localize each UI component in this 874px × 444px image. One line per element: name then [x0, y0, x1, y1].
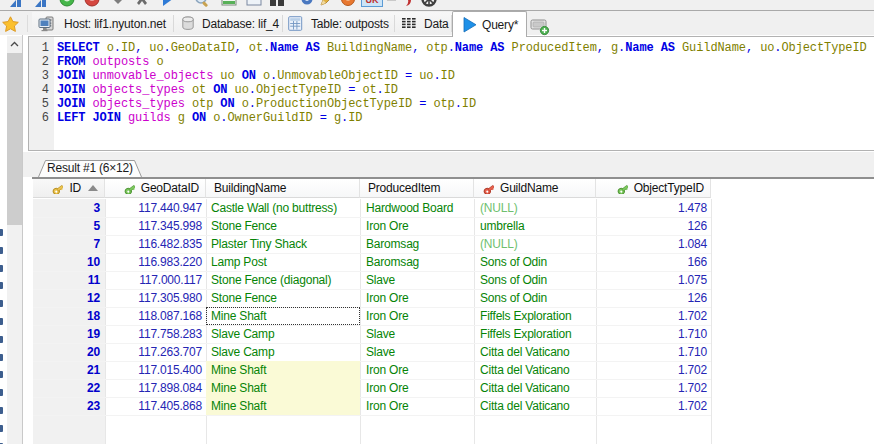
- grid-cell[interactable]: Lamp Post: [206, 253, 360, 271]
- grid-cell[interactable]: Iron Ore: [360, 397, 474, 415]
- connect-icon[interactable]: [59, 0, 75, 7]
- grid-cell[interactable]: Citta del Vaticano: [474, 397, 596, 415]
- grid-cell[interactable]: Slave Camp: [206, 343, 360, 361]
- grid-cell[interactable]: (NULL): [474, 235, 596, 253]
- tree-scrollbar-up-button[interactable]: [7, 36, 22, 53]
- quote-icon[interactable]: [402, 0, 418, 7]
- grid-cell[interactable]: 1.478: [596, 199, 711, 217]
- tab-data[interactable]: Data: [395, 12, 452, 35]
- grid-cell[interactable]: Sons of Odin: [474, 271, 596, 289]
- grid-cell[interactable]: 116.983.220: [105, 253, 206, 271]
- grid-cell[interactable]: 5: [33, 217, 105, 235]
- grid-cell[interactable]: 1.702: [596, 307, 711, 325]
- grid-cell[interactable]: Mine Shaft: [206, 361, 360, 379]
- new-query-tab-icon[interactable]: [530, 19, 551, 36]
- grid-cell[interactable]: Mine Shaft: [206, 397, 360, 415]
- grid-cell[interactable]: 12: [33, 289, 105, 307]
- tools-icon[interactable]: [299, 0, 315, 7]
- column-header-guildname[interactable]: GuildName: [474, 179, 596, 198]
- grid-cell[interactable]: 1.702: [596, 397, 711, 415]
- tree-scrollbar-thumb[interactable]: [7, 53, 22, 225]
- grid-cell[interactable]: 117.000.117: [105, 271, 206, 289]
- grid-cell[interactable]: Fiffels Exploration: [474, 307, 596, 325]
- column-header-objecttypeid[interactable]: ObjectTypeID: [596, 179, 711, 198]
- grid-cell[interactable]: 19: [33, 325, 105, 343]
- grid-cell[interactable]: Mine Shaft: [206, 379, 360, 397]
- grid-cell[interactable]: 1.075: [596, 271, 711, 289]
- grid-cell[interactable]: Iron Ore: [360, 361, 474, 379]
- grid-cell[interactable]: Baromsag: [360, 253, 474, 271]
- grid-cell[interactable]: 1.710: [596, 343, 711, 361]
- grid-cell[interactable]: Sons of Odin: [474, 289, 596, 307]
- grid-cell[interactable]: 126: [596, 289, 711, 307]
- tab-database[interactable]: Database: lif_4: [174, 12, 283, 35]
- grid-cell[interactable]: Stone Fence: [206, 217, 360, 235]
- grid-cell[interactable]: Citta del Vaticano: [474, 379, 596, 397]
- column-view-icon[interactable]: [269, 0, 285, 7]
- grid-cell[interactable]: 1.710: [596, 325, 711, 343]
- execute-icon[interactable]: [159, 0, 175, 7]
- grid-cell[interactable]: 118.087.168: [105, 307, 206, 325]
- result-grid[interactable]: IDGeoDataIDBuildingNameProducedItemGuild…: [32, 177, 874, 444]
- tab-query[interactable]: Query*: [452, 11, 527, 37]
- export-grid-icon[interactable]: [221, 0, 237, 7]
- grid-cell[interactable]: Fiffels Exploration: [474, 325, 596, 343]
- grid-cell[interactable]: 117.898.084: [105, 379, 206, 397]
- tab-host[interactable]: Host: lif1.nyuton.net: [32, 12, 174, 35]
- grid-cell[interactable]: 11: [33, 271, 105, 289]
- grid-cell[interactable]: 117.263.707: [105, 343, 206, 361]
- star-icon[interactable]: [2, 16, 19, 33]
- grid-cell[interactable]: Iron Ore: [360, 217, 474, 235]
- cancel-icon[interactable]: [134, 0, 150, 7]
- grid-cell[interactable]: Baromsag: [360, 235, 474, 253]
- language-toggle-button[interactable]: UK: [361, 0, 383, 7]
- disconnect-icon[interactable]: [84, 0, 100, 7]
- grid-cell[interactable]: Stone Fence (diagonal): [206, 271, 360, 289]
- grid-cell[interactable]: 117.345.998: [105, 217, 206, 235]
- column-header-geodataid[interactable]: GeoDataID: [105, 179, 206, 198]
- grid-cell[interactable]: 1.084: [596, 235, 711, 253]
- grid-cell[interactable]: 7: [33, 235, 105, 253]
- grid-cell[interactable]: Slave Camp: [206, 325, 360, 343]
- grid-cell[interactable]: (NULL): [474, 199, 596, 217]
- grid-cell[interactable]: Slave: [360, 343, 474, 361]
- edit-pencil-icon[interactable]: [319, 0, 335, 7]
- grid-cell[interactable]: Citta del Vaticano: [474, 343, 596, 361]
- grid-cell[interactable]: 126: [596, 217, 711, 235]
- grid-cell[interactable]: 3: [33, 199, 105, 217]
- grid-cell[interactable]: Castle Wall (no buttress): [206, 199, 360, 217]
- grid-cell[interactable]: 1.702: [596, 361, 711, 379]
- grid-cell[interactable]: Slave: [360, 325, 474, 343]
- grid-cell[interactable]: 21: [33, 361, 105, 379]
- grid-cell[interactable]: 20: [33, 343, 105, 361]
- find-icon[interactable]: [194, 0, 210, 7]
- grid-cell[interactable]: 117.758.283: [105, 325, 206, 343]
- copy-grid-icon[interactable]: [246, 0, 262, 7]
- wheel-icon[interactable]: [421, 0, 437, 7]
- dropdown-chevron-icon[interactable]: [110, 0, 126, 7]
- grid-cell[interactable]: Citta del Vaticano: [474, 361, 596, 379]
- clear-icon[interactable]: [340, 0, 356, 7]
- grid-cell[interactable]: 117.015.400: [105, 361, 206, 379]
- grid-cell[interactable]: 166: [596, 253, 711, 271]
- grid-cell[interactable]: Stone Fence: [206, 289, 360, 307]
- goto-next-icon[interactable]: [33, 0, 49, 7]
- dash-icon[interactable]: [385, 0, 401, 7]
- grid-cell[interactable]: 18: [33, 307, 105, 325]
- grid-cell[interactable]: Slave: [360, 271, 474, 289]
- grid-cell[interactable]: umbrella: [474, 217, 596, 235]
- grid-cell[interactable]: Iron Ore: [360, 289, 474, 307]
- grid-cell[interactable]: 117.305.980: [105, 289, 206, 307]
- goto-first-icon[interactable]: [8, 0, 24, 7]
- grid-cell[interactable]: Plaster Tiny Shack: [206, 235, 360, 253]
- grid-cell[interactable]: Sons of Odin: [474, 253, 596, 271]
- tab-table[interactable]: Table: outposts: [283, 12, 395, 35]
- column-header-produceditem[interactable]: ProducedItem: [360, 179, 474, 198]
- grid-cell[interactable]: 10: [33, 253, 105, 271]
- grid-cell[interactable]: 116.482.835: [105, 235, 206, 253]
- column-header-buildingname[interactable]: BuildingName: [206, 179, 360, 198]
- grid-cell[interactable]: Hardwood Board: [360, 199, 474, 217]
- grid-cell[interactable]: 117.405.868: [105, 397, 206, 415]
- grid-cell[interactable]: Iron Ore: [360, 307, 474, 325]
- grid-cell[interactable]: 23: [33, 397, 105, 415]
